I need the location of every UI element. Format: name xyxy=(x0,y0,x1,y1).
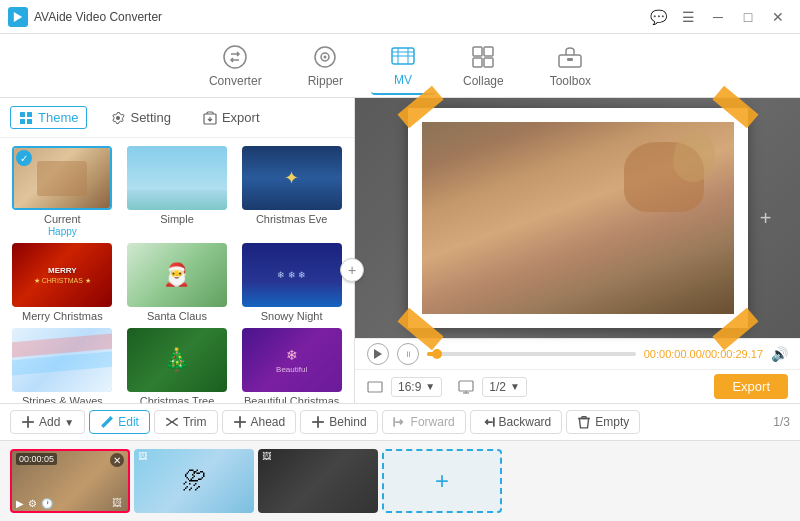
add-between-button[interactable]: + xyxy=(340,258,364,282)
theme-thumb-stripes xyxy=(12,328,112,392)
theme-current[interactable]: ✓ Current Happy xyxy=(8,146,117,237)
theme-thumb-simple xyxy=(127,146,227,210)
right-bottom-bar: 16:9 ▼ 1/2 ▼ Export xyxy=(355,369,800,403)
theme-label-christmas-eve: Christmas Eve xyxy=(256,213,328,225)
nav-item-mv[interactable]: MV xyxy=(371,36,435,95)
right-panel: + ⏸ 00:00:00.00/00:00:29.17 🔊 xyxy=(355,98,800,403)
tab-export-label: Export xyxy=(222,110,260,125)
clip-2-type-icon: 🖼 xyxy=(138,451,147,461)
clip-1-controls: ▶ ⚙ 🕐 xyxy=(16,498,53,509)
clip-1-close-button[interactable]: ✕ xyxy=(110,453,124,467)
export-button[interactable]: Export xyxy=(714,374,788,399)
backward-button[interactable]: Backward xyxy=(470,410,563,434)
theme-christmas-tree[interactable]: 🎄 Christmas Tree xyxy=(123,328,232,403)
timeline-clip-1[interactable]: 00:00:05 ✕ ▶ ⚙ 🕐 🖼 xyxy=(10,449,130,513)
aspect-ratio-value: 16:9 xyxy=(398,380,421,394)
pause-button[interactable]: ⏸ xyxy=(397,343,419,365)
theme-label-christmas-tree: Christmas Tree xyxy=(140,395,215,403)
theme-beautiful-christmas[interactable]: ❄ Beautiful Beautiful Christmas xyxy=(237,328,346,403)
close-button[interactable]: ✕ xyxy=(764,7,792,27)
empty-button[interactable]: Empty xyxy=(566,410,640,434)
tab-export[interactable]: Export xyxy=(195,107,268,128)
svg-rect-12 xyxy=(20,112,25,117)
clip-1-duration: 00:00:05 xyxy=(16,453,57,465)
svg-marker-0 xyxy=(14,12,22,22)
theme-thumb-santa-claus: 🎅 xyxy=(127,243,227,307)
timeline: 00:00:05 ✕ ▶ ⚙ 🕐 🖼 ⛈ 🖼 🖼 + xyxy=(0,441,800,521)
svg-point-1 xyxy=(224,46,246,68)
converter-icon xyxy=(221,43,249,71)
nav-label-converter: Converter xyxy=(209,74,262,88)
add-photo-button[interactable]: + xyxy=(754,206,778,230)
theme-badge-current: Happy xyxy=(48,226,77,237)
svg-rect-19 xyxy=(459,381,473,391)
clip-1-time-button[interactable]: 🕐 xyxy=(41,498,53,509)
theme-santa-claus[interactable]: 🎅 Santa Claus xyxy=(123,243,232,322)
time-display: 00:00:00.00/00:00:29.17 xyxy=(644,348,763,360)
theme-snowy-night[interactable]: ❄ ❄ ❄ Snowy Night xyxy=(237,243,346,322)
theme-thumb-christmas-tree: 🎄 xyxy=(127,328,227,392)
toolbox-icon xyxy=(556,43,584,71)
progress-bar[interactable] xyxy=(427,352,636,356)
theme-simple[interactable]: Simple xyxy=(123,146,232,237)
app-title: AVAide Video Converter xyxy=(34,10,162,24)
nav-item-toolbox[interactable]: Toolbox xyxy=(532,37,609,94)
svg-rect-18 xyxy=(368,382,382,392)
theme-stripes-waves[interactable]: Stripes & Waves xyxy=(8,328,117,403)
timeline-clip-3[interactable]: 🖼 xyxy=(258,449,378,513)
volume-icon[interactable]: 🔊 xyxy=(771,346,788,362)
aspect-chevron-icon: ▼ xyxy=(425,381,435,392)
add-chevron-icon: ▼ xyxy=(64,417,74,428)
theme-label-beautiful-christmas: Beautiful Christmas xyxy=(244,395,339,403)
playback-controls: ⏸ 00:00:00.00/00:00:29.17 🔊 xyxy=(355,338,800,369)
menu-button[interactable]: ☰ xyxy=(674,7,702,27)
maximize-button[interactable]: □ xyxy=(734,7,762,27)
aspect-ratio-icon xyxy=(367,379,383,395)
clip-3-type-icon: 🖼 xyxy=(262,451,271,461)
svg-rect-6 xyxy=(473,47,482,56)
video-frame-container: + xyxy=(408,108,748,328)
tab-theme[interactable]: Theme xyxy=(10,106,87,129)
left-panel: Theme Setting Export xyxy=(0,98,355,403)
chat-button[interactable]: 💬 xyxy=(644,7,672,27)
screen-ratio-value: 1/2 xyxy=(489,380,506,394)
theme-thumb-christmas-eve: ✦ xyxy=(242,146,342,210)
theme-christmas-eve[interactable]: ✦ Christmas Eve xyxy=(237,146,346,237)
screen-icon xyxy=(458,379,474,395)
screen-ratio-select[interactable]: 1/2 ▼ xyxy=(482,377,527,397)
svg-rect-9 xyxy=(484,58,493,67)
theme-label-simple: Simple xyxy=(160,213,194,225)
svg-rect-14 xyxy=(20,119,25,124)
clip-1-play-button[interactable]: ▶ xyxy=(16,498,24,509)
forward-button[interactable]: Forward xyxy=(382,410,466,434)
theme-merry-christmas[interactable]: MERRY ★ CHRISTMAS ★ Merry Christmas xyxy=(8,243,117,322)
add-clip-button[interactable]: + xyxy=(382,449,502,513)
edit-button[interactable]: Edit xyxy=(89,410,150,434)
title-bar: AVAide Video Converter 💬 ☰ ─ □ ✕ xyxy=(0,0,800,34)
minimize-button[interactable]: ─ xyxy=(704,7,732,27)
timeline-clip-2[interactable]: ⛈ 🖼 xyxy=(134,449,254,513)
video-area: + xyxy=(355,98,800,338)
toolbar: Add ▼ Edit Trim Ahead Behind Forward Bac… xyxy=(0,403,800,441)
tab-setting[interactable]: Setting xyxy=(103,107,178,128)
behind-button[interactable]: Behind xyxy=(300,410,377,434)
play-button[interactable] xyxy=(367,343,389,365)
ahead-button[interactable]: Ahead xyxy=(222,410,297,434)
svg-marker-17 xyxy=(374,349,382,359)
clip-1-settings-button[interactable]: ⚙ xyxy=(28,498,37,509)
trim-button[interactable]: Trim xyxy=(154,410,218,434)
svg-rect-8 xyxy=(473,58,482,67)
aspect-ratio-select[interactable]: 16:9 ▼ xyxy=(391,377,442,397)
theme-label-santa-claus: Santa Claus xyxy=(147,310,207,322)
theme-label-current: Current xyxy=(44,213,81,225)
nav-item-collage[interactable]: Collage xyxy=(445,37,522,94)
nav-item-ripper[interactable]: Ripper xyxy=(290,37,361,94)
nav-label-toolbox: Toolbox xyxy=(550,74,591,88)
title-bar-controls: 💬 ☰ ─ □ ✕ xyxy=(644,7,792,27)
app-icon xyxy=(8,7,28,27)
add-button[interactable]: Add ▼ xyxy=(10,410,85,434)
nav-label-collage: Collage xyxy=(463,74,504,88)
clip-2-animation-icon: ⛈ xyxy=(182,467,206,495)
nav-item-converter[interactable]: Converter xyxy=(191,37,280,94)
nav-bar: Converter Ripper MV xyxy=(0,34,800,98)
